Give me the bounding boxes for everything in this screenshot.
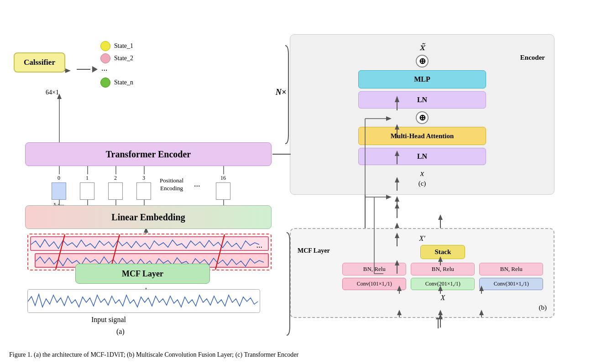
legend-circle-3	[100, 78, 110, 88]
svg-marker-34	[395, 223, 399, 228]
classifier-label: Calssifier	[14, 52, 65, 73]
mha-label: Multi-Head Attention	[358, 127, 486, 145]
x-input-label: x	[299, 169, 545, 178]
linear-embedding-box: Linear Embedding	[25, 205, 272, 229]
legend-label-3: State_n	[114, 79, 133, 86]
token-0-group: 0 xclass	[52, 175, 66, 208]
legend-ellipsis: ···	[101, 66, 108, 75]
token-3-number: 3	[136, 175, 151, 182]
conv-3: Conv(301×1,/1)	[479, 278, 543, 290]
ln-bottom-label: LN	[358, 148, 486, 165]
legend-circle-1	[100, 41, 110, 51]
token-1-number: 1	[80, 175, 94, 182]
legend-item-1: State_1	[100, 41, 133, 51]
token-0-number: 0	[52, 175, 66, 182]
mlp-block: MLP	[299, 70, 545, 88]
classifier-box: Calssifier	[14, 52, 65, 73]
legend-dots: ···	[100, 66, 133, 75]
full-layout: N×	[0, 0, 591, 364]
svg-marker-29	[65, 68, 71, 73]
positional-encoding-label: PositionalEncoding	[160, 177, 183, 192]
ln-top-block: LN	[299, 91, 545, 109]
token-1-box	[80, 182, 94, 200]
conv-2: Conv(201×1,/1)	[411, 278, 475, 290]
legend-circle-2	[100, 53, 110, 63]
svg-marker-100	[386, 195, 392, 199]
panel-b-content: MCF Layer Stack BN, Relu Conv(101×1,/1) …	[298, 245, 547, 302]
legend-item-3: State_n	[100, 78, 133, 88]
token-16-number: 16	[216, 175, 230, 182]
caption: Figure 1. (a) the architecture of MCF-1D…	[9, 350, 582, 359]
conv-col-1: BN, Relu Conv(101×1,/1)	[342, 263, 406, 290]
token-3-group: 3	[136, 175, 151, 200]
panel-c: x̃ ⊕ Encoder MLP LN ⊕ Multi-Head Attenti…	[290, 34, 554, 195]
bn-relu-2: BN, Relu	[411, 263, 475, 276]
legend: State_1 State_2 ··· State_n	[100, 41, 133, 88]
token-1-group: 1	[80, 175, 94, 200]
input-signal-waveform	[27, 289, 260, 313]
encoder-title: Encoder	[520, 54, 545, 62]
classifier-arrow	[77, 66, 98, 73]
legend-label-1: State_1	[114, 42, 133, 50]
token-0-box	[52, 182, 66, 200]
ln-top-label: LN	[358, 91, 486, 109]
panel-b-title: MCF Layer	[298, 247, 330, 255]
stack-box: Stack	[339, 245, 547, 259]
token-2-number: 2	[108, 175, 123, 182]
panel-b-stack: Stack BN, Relu Conv(101×1,/1) BN, Relu C…	[339, 245, 547, 302]
nx-label: N×	[276, 88, 286, 97]
svg-marker-76	[438, 214, 443, 220]
conv-1: Conv(101×1,/1)	[342, 278, 406, 290]
token-3-box	[136, 182, 151, 200]
waveform-inner-top	[30, 236, 269, 251]
conv-col-3: BN, Relu Conv(301×1,/1)	[479, 263, 543, 290]
input-signal-label: Input signal	[91, 316, 126, 324]
svg-marker-36	[395, 196, 399, 202]
ln-bottom-block: LN	[299, 148, 545, 165]
stack-label: Stack	[420, 245, 465, 259]
x-tilde-label: x̃	[299, 42, 545, 52]
mha-block: Multi-Head Attention	[299, 127, 545, 145]
plus-circle-top: ⊕	[299, 55, 545, 68]
token-2-box	[108, 182, 123, 200]
conv-columns: BN, Relu Conv(101×1,/1) BN, Relu Conv(20…	[339, 263, 547, 290]
mlp-label: MLP	[358, 70, 486, 88]
token-dots: ···	[194, 182, 200, 191]
conv-col-2: BN, Relu Conv(201×1,/1)	[411, 263, 475, 290]
panel-b-label: (b)	[298, 304, 547, 312]
mcf-layer-box-a: MCF Layer	[75, 264, 210, 284]
token-16-group: 16	[216, 175, 230, 200]
bn-relu-1: BN, Relu	[342, 263, 406, 276]
panel-c-label: (c)	[299, 180, 545, 187]
legend-item-2: State_2	[100, 53, 133, 63]
panel-b: X' MCF Layer Stack BN, Relu Conv(101×1,/…	[290, 228, 554, 318]
bn-relu-3: BN, Relu	[479, 263, 543, 276]
token-2-group: 2	[108, 175, 123, 200]
legend-label-2: State_2	[114, 55, 133, 62]
dim-label: 64×1	[46, 89, 59, 96]
x-bottom-label: X	[339, 294, 547, 302]
token-16-box	[216, 182, 230, 200]
svg-marker-96	[395, 203, 399, 208]
x-prime-label: X'	[298, 234, 547, 243]
transformer-encoder-label: Transformer Encoder	[106, 149, 191, 160]
linear-embedding-label: Linear Embedding	[111, 212, 185, 223]
plus-circle-middle: ⊕	[299, 111, 545, 124]
panel-a-label: (a)	[116, 328, 125, 336]
mcf-layer-label-a: MCF Layer	[122, 269, 163, 279]
patch-dots: ···	[256, 243, 263, 252]
transformer-encoder-box: Transformer Encoder	[25, 142, 272, 166]
